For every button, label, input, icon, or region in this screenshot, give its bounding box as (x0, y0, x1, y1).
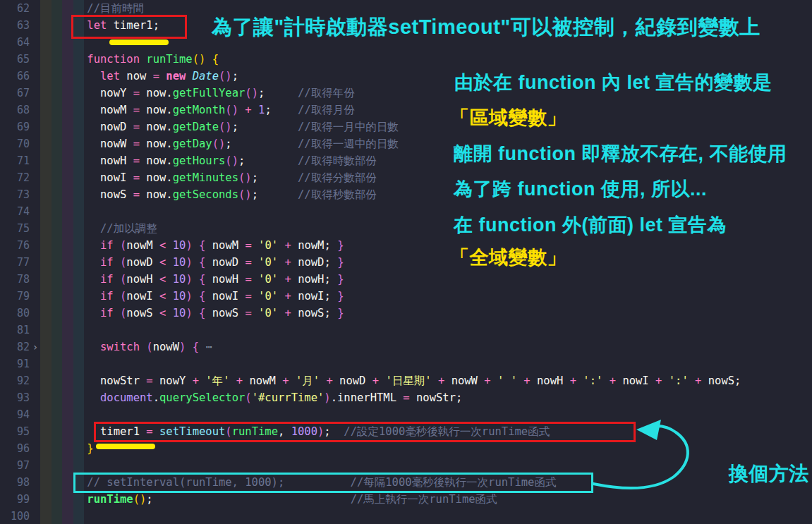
fold-gutter (30, 322, 41, 339)
fold-gutter (30, 440, 41, 457)
code-text: nowStr = nowY + '年' + nowM + '月' + nowD … (41, 372, 741, 389)
line-number[interactable]: 67 (0, 85, 30, 102)
line-number[interactable]: 81 (0, 322, 30, 339)
line-number[interactable]: 65 (0, 51, 30, 68)
line-number[interactable]: 99 (0, 491, 30, 508)
line-number[interactable]: 73 (0, 186, 30, 203)
code-line[interactable]: 94 (0, 406, 812, 423)
line-number[interactable]: 98 (0, 474, 30, 491)
line-number[interactable]: 82 (0, 339, 30, 355)
fold-gutter (30, 220, 41, 237)
fold-gutter (30, 288, 41, 305)
code-line[interactable]: 96 } (0, 440, 812, 457)
code-line[interactable]: 70 nowW = now.getDay(); //取得一週中的日數 (0, 135, 812, 152)
code-text: // setInterval(runTime, 1000); //每隔1000毫… (41, 474, 556, 491)
fold-gutter (30, 85, 41, 102)
code-line[interactable]: 75 //加以調整 (0, 220, 812, 237)
code-line[interactable]: 62 //目前時間 (0, 0, 812, 17)
code-line[interactable]: 79 if (nowI < 10) { nowI = '0' + nowI; } (0, 288, 812, 305)
code-line[interactable]: 99 runTime(); //馬上執行一次runTime函式 (0, 491, 812, 508)
fold-gutter (30, 169, 41, 186)
fold-gutter (30, 102, 41, 118)
fold-gutter (30, 0, 41, 17)
code-text: document.querySelector('#currTime').inne… (41, 389, 462, 406)
line-number[interactable]: 66 (0, 68, 30, 85)
code-text: nowM = now.getMonth() + 1; //取得月份 (41, 102, 355, 118)
line-number[interactable]: 74 (0, 203, 30, 220)
line-number[interactable]: 62 (0, 0, 30, 17)
code-line[interactable]: 80 if (nowS < 10) { nowS = '0' + nowS; } (0, 305, 812, 322)
code-line[interactable]: 65 function runTime() { (0, 51, 812, 68)
fold-gutter (30, 491, 41, 508)
line-number[interactable]: 68 (0, 102, 30, 118)
code-line[interactable]: 68 nowM = now.getMonth() + 1; //取得月份 (0, 102, 812, 118)
line-number[interactable]: 76 (0, 237, 30, 254)
code-line[interactable]: 67 nowY = now.getFullYear(); //取得年份 (0, 85, 812, 102)
fold-gutter (30, 135, 41, 152)
fold-gutter (30, 372, 41, 389)
line-number[interactable]: 95 (0, 423, 30, 440)
code-line[interactable]: 82› switch (nowW) { ⋯ (0, 339, 812, 355)
code-editor: 62 //目前時間63 let timer1;6465 function run… (0, 0, 812, 524)
line-number[interactable]: 97 (0, 457, 30, 474)
fold-gutter (30, 305, 41, 322)
line-number[interactable]: 70 (0, 135, 30, 152)
code-text: if (nowH < 10) { nowH = '0' + nowH; } (41, 271, 344, 288)
fold-gutter (30, 237, 41, 254)
line-number[interactable]: 80 (0, 305, 30, 322)
code-text: let now = new Date(); (41, 68, 238, 85)
code-line[interactable]: 77 if (nowD < 10) { nowD = '0' + nowD; } (0, 254, 812, 271)
code-text: function runTime() { (41, 51, 219, 68)
code-line[interactable]: 81 (0, 322, 812, 339)
fold-chevron-icon[interactable]: › (30, 339, 41, 355)
code-line[interactable]: 95 timer1 = setTimeout(runTime, 1000); /… (0, 423, 812, 440)
code-line[interactable]: 93 document.querySelector('#currTime').i… (0, 389, 812, 406)
code-line[interactable]: 72 nowI = now.getMinutes(); //取得分數部份 (0, 169, 812, 186)
code-text: //目前時間 (41, 0, 144, 17)
code-line[interactable]: 100 (0, 508, 812, 524)
fold-gutter (30, 51, 41, 68)
line-number[interactable]: 92 (0, 372, 30, 389)
fold-gutter (30, 508, 41, 524)
code-line[interactable]: 73 nowS = now.getSeconds(); //取得秒數部份 (0, 186, 812, 203)
line-number[interactable]: 96 (0, 440, 30, 457)
code-text: if (nowD < 10) { nowD = '0' + nowD; } (41, 254, 344, 271)
code-text: //加以調整 (41, 220, 157, 237)
fold-gutter (30, 474, 41, 491)
line-number[interactable]: 72 (0, 169, 30, 186)
code-line[interactable]: 66 let now = new Date(); (0, 68, 812, 85)
fold-gutter (30, 389, 41, 406)
line-number[interactable]: 78 (0, 271, 30, 288)
fold-gutter (30, 34, 41, 51)
code-line[interactable]: 76 if (nowM < 10) { nowM = '0' + nowM; } (0, 237, 812, 254)
code-line[interactable]: 92 nowStr = nowY + '年' + nowM + '月' + no… (0, 372, 812, 389)
fold-gutter (30, 254, 41, 271)
line-number[interactable]: 69 (0, 118, 30, 135)
editor-code-area[interactable]: 62 //目前時間63 let timer1;6465 function run… (0, 0, 812, 524)
code-text: timer1 = setTimeout(runTime, 1000); //設定… (41, 423, 550, 440)
code-line[interactable]: 74 (0, 203, 812, 220)
line-number[interactable]: 75 (0, 220, 30, 237)
code-line[interactable]: 71 nowH = now.getHours(); //取得時數部份 (0, 152, 812, 169)
line-number[interactable]: 94 (0, 406, 30, 423)
code-line[interactable]: 97 (0, 457, 812, 474)
line-number[interactable]: 71 (0, 152, 30, 169)
fold-gutter (30, 152, 41, 169)
fold-gutter (30, 118, 41, 135)
code-line[interactable]: 64 (0, 34, 812, 51)
line-number[interactable]: 93 (0, 389, 30, 406)
code-line[interactable]: 78 if (nowH < 10) { nowH = '0' + nowH; } (0, 271, 812, 288)
line-number[interactable]: 63 (0, 17, 30, 34)
line-number[interactable]: 79 (0, 288, 30, 305)
code-line[interactable]: 69 nowD = now.getDate(); //取得一月中的日數 (0, 118, 812, 135)
code-text: runTime(); //馬上執行一次runTime函式 (41, 491, 497, 508)
code-line[interactable]: 91 (0, 355, 812, 372)
code-text: if (nowS < 10) { nowS = '0' + nowS; } (41, 305, 344, 322)
code-line[interactable]: 98 // setInterval(runTime, 1000); //每隔10… (0, 474, 812, 491)
line-number[interactable]: 77 (0, 254, 30, 271)
line-number[interactable]: 91 (0, 355, 30, 372)
line-number[interactable]: 100 (0, 508, 30, 524)
code-line[interactable]: 63 let timer1; (0, 17, 812, 34)
code-text: if (nowM < 10) { nowM = '0' + nowM; } (41, 237, 344, 254)
line-number[interactable]: 64 (0, 34, 30, 51)
